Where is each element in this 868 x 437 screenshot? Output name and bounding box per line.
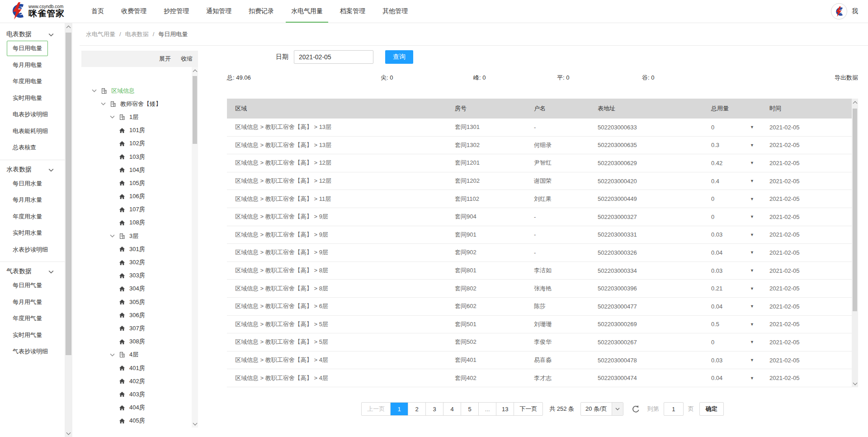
page-button-2[interactable]: 2: [408, 403, 425, 415]
usage-dropdown-icon[interactable]: ▼: [750, 161, 754, 165]
tree-node[interactable]: 108房: [81, 216, 192, 229]
caret-down-icon[interactable]: [110, 115, 119, 119]
refresh-icon[interactable]: [632, 405, 640, 413]
sidebar-item[interactable]: 年度用电量: [0, 73, 65, 90]
sidebar-item[interactable]: 电表能耗明细: [0, 123, 65, 140]
tree-node[interactable]: 104房: [81, 163, 192, 176]
export-data-link[interactable]: 导出数据: [835, 74, 858, 82]
tree-scrollbar[interactable]: [192, 67, 198, 428]
usage-dropdown-icon[interactable]: ▼: [750, 125, 754, 129]
sidebar-item[interactable]: 实时用水量: [0, 225, 65, 242]
sidebar-section-title[interactable]: 气表数据: [0, 266, 65, 277]
caret-down-icon[interactable]: [110, 353, 119, 356]
scroll-down-arrow-icon[interactable]: [852, 380, 858, 387]
scroll-down-arrow-icon[interactable]: [65, 430, 72, 437]
query-button[interactable]: 查询: [385, 50, 413, 64]
sidebar-item[interactable]: 每日用水量: [0, 176, 65, 192]
tree-node[interactable]: 教师宿舍【矮】: [81, 97, 192, 110]
nav-item-5[interactable]: 扣费记录: [243, 0, 279, 23]
tree-node[interactable]: 405房: [81, 414, 192, 428]
tree-node[interactable]: 404房: [81, 401, 192, 414]
tree-node[interactable]: 308房: [81, 335, 192, 348]
page-button-1[interactable]: 1: [390, 403, 408, 415]
tree-node[interactable]: 107房: [81, 203, 192, 216]
scroll-down-arrow-icon[interactable]: [192, 420, 198, 428]
brand-logo[interactable]: www.csyndb.com 咪雀管家: [8, 2, 76, 21]
sidebar-item[interactable]: 每日用气量: [0, 277, 65, 294]
collapse-all-button[interactable]: 收缩: [181, 55, 193, 63]
tree-node[interactable]: 1层: [81, 110, 192, 124]
nav-item-1[interactable]: 首页: [86, 0, 109, 23]
page-ellipsis[interactable]: ...: [478, 403, 496, 415]
sidebar-item[interactable]: 气表抄读明细: [0, 343, 65, 360]
tree-node[interactable]: 304房: [81, 282, 192, 295]
sidebar-item[interactable]: 总表核查: [0, 139, 65, 156]
usage-dropdown-icon[interactable]: ▼: [750, 340, 754, 344]
sidebar-item[interactable]: 年度用气量: [0, 310, 65, 327]
chevron-down-icon[interactable]: [48, 268, 54, 275]
tree-node[interactable]: 307房: [81, 322, 192, 335]
tree-node[interactable]: 303房: [81, 269, 192, 282]
tree-node[interactable]: 105房: [81, 176, 192, 190]
breadcrumb-item[interactable]: 电表数据: [125, 30, 149, 38]
sidebar-item[interactable]: 每月用电量: [0, 57, 65, 74]
page-size-select[interactable]: 20 条/页: [580, 402, 623, 416]
sidebar-item[interactable]: 电表抄读明细: [0, 106, 65, 123]
user-menu[interactable]: 我: [852, 7, 858, 15]
scroll-up-arrow-icon[interactable]: [192, 67, 198, 74]
sidebar-item[interactable]: 水表抄读明细: [0, 242, 65, 258]
scrollbar-thumb[interactable]: [66, 33, 71, 355]
user-avatar-icon[interactable]: [831, 3, 847, 19]
breadcrumb-item[interactable]: 水电气用量: [86, 30, 115, 38]
sidebar-scrollbar[interactable]: [65, 23, 72, 437]
scrollbar-thumb[interactable]: [853, 109, 857, 311]
nav-item-4[interactable]: 通知管理: [201, 0, 237, 23]
nav-item-8[interactable]: 其他管理: [377, 0, 413, 23]
nav-item-3[interactable]: 抄控管理: [158, 0, 194, 23]
usage-dropdown-icon[interactable]: ▼: [750, 179, 754, 183]
nav-item-6[interactable]: 水电气用量: [286, 0, 328, 23]
nav-item-2[interactable]: 收费管理: [116, 0, 152, 23]
sidebar-item[interactable]: 每月用气量: [0, 294, 65, 311]
tree-node[interactable]: 402房: [81, 375, 192, 388]
page-button-3[interactable]: 3: [425, 403, 443, 415]
usage-dropdown-icon[interactable]: ▼: [750, 233, 754, 237]
usage-dropdown-icon[interactable]: ▼: [750, 304, 754, 309]
tree-node[interactable]: 103房: [81, 150, 192, 163]
tree-node[interactable]: 306房: [81, 309, 192, 322]
expand-all-button[interactable]: 展开: [159, 55, 171, 63]
prev-page-button[interactable]: 上一页: [362, 403, 390, 415]
usage-dropdown-icon[interactable]: ▼: [750, 322, 754, 327]
chevron-down-icon[interactable]: [612, 403, 623, 415]
date-input[interactable]: [294, 50, 373, 64]
scrollbar-thumb[interactable]: [193, 76, 197, 144]
tree-node[interactable]: 301房: [81, 242, 192, 256]
next-page-button[interactable]: 下一页: [514, 403, 542, 415]
scroll-up-arrow-icon[interactable]: [65, 23, 72, 30]
sidebar-section-title[interactable]: 电表数据: [0, 28, 65, 40]
tree-node[interactable]: 401房: [81, 361, 192, 375]
tree-node[interactable]: 区域信息: [81, 84, 192, 97]
usage-dropdown-icon[interactable]: ▼: [750, 268, 754, 273]
sidebar-item[interactable]: 实时用电量: [0, 90, 65, 107]
sidebar-section-title[interactable]: 水表数据: [0, 164, 65, 176]
sidebar-item[interactable]: 每日用电量: [0, 40, 65, 57]
usage-dropdown-icon[interactable]: ▼: [750, 214, 754, 219]
confirm-button[interactable]: 确定: [699, 402, 724, 416]
tree-node[interactable]: 3层: [81, 229, 192, 242]
page-button-4[interactable]: 4: [443, 403, 461, 415]
sidebar-item[interactable]: 实时用气量: [0, 327, 65, 344]
sidebar-item[interactable]: 每月用水量: [0, 192, 65, 209]
table-scrollbar[interactable]: [852, 99, 858, 387]
tree-node[interactable]: 101房: [81, 124, 192, 137]
tree-node[interactable]: 305房: [81, 295, 192, 309]
page-button-5[interactable]: 5: [461, 403, 478, 415]
caret-down-icon[interactable]: [110, 234, 119, 238]
nav-item-7[interactable]: 档案管理: [335, 0, 371, 23]
goto-page-input[interactable]: [664, 402, 684, 416]
usage-dropdown-icon[interactable]: ▼: [750, 143, 754, 147]
usage-dropdown-icon[interactable]: ▼: [750, 250, 754, 255]
usage-dropdown-icon[interactable]: ▼: [750, 376, 754, 380]
chevron-down-icon[interactable]: [48, 31, 54, 38]
tree-node[interactable]: 4层: [81, 348, 192, 361]
